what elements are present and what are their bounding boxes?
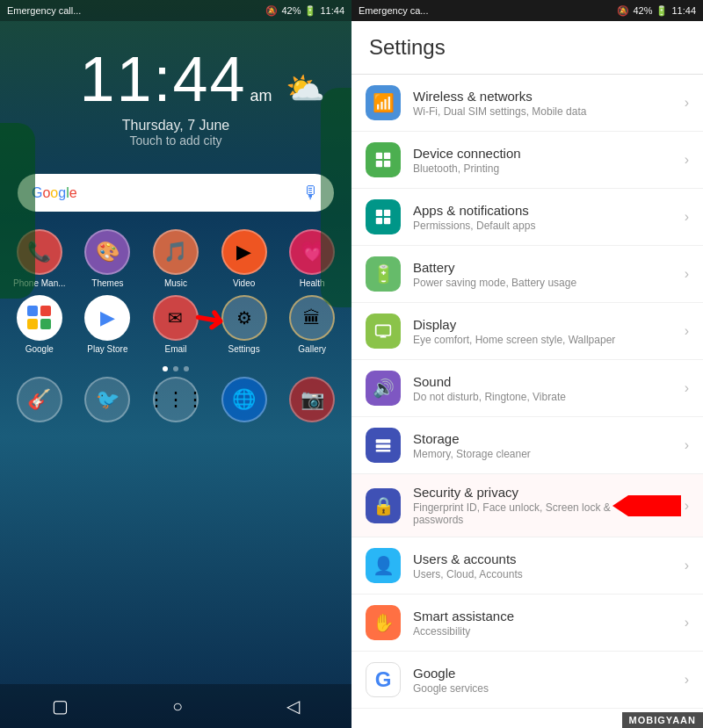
page-dots: [0, 366, 352, 371]
app-dock2[interactable]: 🐦: [77, 377, 139, 422]
app-grid-row2: Google ▶ Play Store ✉ Email ⚙ Settings 🏛…: [0, 288, 352, 361]
chevron-security: ›: [685, 498, 689, 514]
settings-subtitle-security: Fingerprint ID, Face unlock, Screen lock…: [413, 501, 612, 526]
status-icons-right: 🔕: [617, 5, 629, 17]
app-themes-icon: 🎨: [84, 229, 130, 275]
app-dock2-icon: 🐦: [84, 377, 130, 422]
settings-text-sound: Sound Do not disturb, Ringtone, Vibrate: [413, 374, 685, 403]
app-google[interactable]: Google: [9, 295, 70, 354]
clock-date: Thursday, 7 June: [18, 118, 334, 133]
chevron-battery: ›: [685, 266, 689, 282]
google-logo: Google: [32, 185, 77, 201]
chevron-users: ›: [685, 558, 689, 573]
settings-icon-sound: 🔊: [366, 371, 401, 406]
settings-item-security[interactable]: 🔒 Security & privacy Fingerprint ID, Fac…: [352, 474, 703, 537]
status-bar-right: Emergency ca... 🔕 42% 🔋 11:44: [352, 0, 703, 21]
battery-icon-right: 🔋: [656, 5, 668, 17]
settings-subtitle-device: Bluetooth, Printing: [413, 162, 685, 175]
time-left: 11:44: [320, 5, 344, 16]
app-dock1[interactable]: 🎸: [9, 377, 70, 422]
watermark: MOBIGYAAN: [622, 712, 703, 728]
app-playstore-icon: ▶: [84, 295, 130, 341]
nav-circle[interactable]: ○: [172, 696, 183, 717]
settings-icon-smart: ✋: [366, 605, 401, 640]
settings-title-display: Display: [413, 317, 685, 332]
settings-icon-security: 🔒: [366, 488, 401, 523]
nav-back[interactable]: ◁: [286, 696, 300, 717]
status-right-left-text: Emergency ca...: [359, 5, 428, 16]
settings-item-storage[interactable]: Storage Memory, Storage cleaner ›: [352, 417, 703, 474]
app-playstore-label: Play Store: [87, 344, 127, 354]
nav-square[interactable]: ▢: [52, 696, 69, 717]
settings-icon-battery: 🔋: [366, 256, 401, 292]
settings-subtitle-smart: Accessibility: [413, 625, 685, 638]
app-dock5[interactable]: 📷: [281, 377, 343, 422]
svg-rect-7: [384, 218, 390, 224]
arrow-head-left: [612, 495, 628, 516]
settings-list: 📶 Wireless & networks Wi-Fi, Dual SIM se…: [352, 75, 703, 728]
svg-rect-2: [376, 161, 382, 167]
settings-icon-users: 👤: [366, 548, 401, 583]
settings-title-battery: Battery: [413, 260, 685, 275]
app-dock3[interactable]: ⋮⋮⋮: [145, 377, 207, 422]
settings-text-storage: Storage Memory, Storage cleaner: [413, 431, 685, 460]
settings-item-wireless[interactable]: 📶 Wireless & networks Wi-Fi, Dual SIM se…: [352, 75, 703, 132]
status-right-icons: 🔕 42% 🔋 11:44: [265, 5, 344, 17]
clock-subtitle: Touch to add city: [18, 133, 334, 148]
app-playstore[interactable]: ▶ Play Store: [77, 295, 139, 354]
app-google-icon: [17, 295, 62, 341]
settings-item-battery[interactable]: 🔋 Battery Power saving mode, Battery usa…: [352, 246, 703, 303]
settings-item-google[interactable]: G Google Google services ›: [352, 652, 703, 709]
google-search-bar[interactable]: Google 🎙: [18, 174, 334, 212]
settings-title-wireless: Wireless & networks: [413, 89, 685, 104]
settings-icon-display: [366, 314, 401, 349]
red-arrow-shape: [612, 495, 681, 516]
svg-rect-11: [376, 439, 391, 443]
settings-icon-wireless: 📶: [366, 85, 401, 120]
status-right-right: 🔕 42% 🔋 11:44: [617, 5, 696, 17]
settings-text-apps: Apps & notifications Permissions, Defaul…: [413, 203, 685, 232]
app-grid-row3: 🎸 🐦 ⋮⋮⋮ 🌐 📷: [0, 377, 352, 422]
red-arrow-container: [612, 495, 681, 516]
dot3: [184, 366, 189, 371]
arrow-body: [628, 495, 681, 516]
settings-item-smart[interactable]: ✋ Smart assistance Accessibility ›: [352, 595, 703, 652]
settings-item-display[interactable]: Display Eye comfort, Home screen style, …: [352, 303, 703, 360]
time-right: 11:44: [671, 5, 696, 16]
app-video[interactable]: ▶ Video: [214, 229, 275, 288]
svg-rect-8: [376, 325, 391, 335]
status-left-text: Emergency call...: [7, 5, 81, 16]
svg-rect-5: [384, 210, 390, 216]
settings-subtitle-users: Users, Cloud, Accounts: [413, 568, 685, 580]
mic-icon[interactable]: 🎙: [302, 183, 320, 203]
settings-subtitle-google: Google services: [413, 682, 685, 695]
settings-item-sound[interactable]: 🔊 Sound Do not disturb, Ringtone, Vibrat…: [352, 360, 703, 417]
svg-rect-0: [376, 153, 382, 159]
chevron-sound: ›: [685, 380, 689, 396]
deco-right: [321, 88, 352, 307]
chevron-wireless: ›: [685, 95, 689, 111]
svg-rect-6: [376, 218, 382, 224]
clock-time: 11:44: [79, 47, 246, 111]
app-music[interactable]: 🎵 Music: [145, 229, 207, 288]
settings-text-google: Google Google services: [413, 666, 685, 695]
settings-item-apps[interactable]: Apps & notifications Permissions, Defaul…: [352, 189, 703, 246]
svg-rect-13: [376, 450, 391, 452]
app-themes-label: Themes: [91, 278, 123, 288]
status-icons-left: 🔕: [265, 5, 278, 17]
settings-text-device: Device connection Bluetooth, Printing: [413, 146, 685, 175]
settings-subtitle-battery: Power saving mode, Battery usage: [413, 277, 685, 289]
settings-icon-apps: [366, 199, 401, 234]
app-email-label: Email: [164, 344, 186, 354]
app-dock5-icon: 📷: [289, 377, 335, 422]
settings-item-users[interactable]: 👤 Users & accounts Users, Cloud, Account…: [352, 537, 703, 595]
chevron-storage: ›: [685, 437, 689, 453]
battery-icon-left: 🔋: [304, 5, 316, 17]
settings-subtitle-apps: Permissions, Default apps: [413, 220, 685, 232]
dot1: [163, 366, 168, 371]
settings-text-battery: Battery Power saving mode, Battery usage: [413, 260, 685, 289]
svg-rect-4: [376, 210, 382, 216]
app-dock4[interactable]: 🌐: [214, 377, 275, 422]
settings-item-device[interactable]: Device connection Bluetooth, Printing ›: [352, 132, 703, 189]
app-themes[interactable]: 🎨 Themes: [77, 229, 139, 288]
